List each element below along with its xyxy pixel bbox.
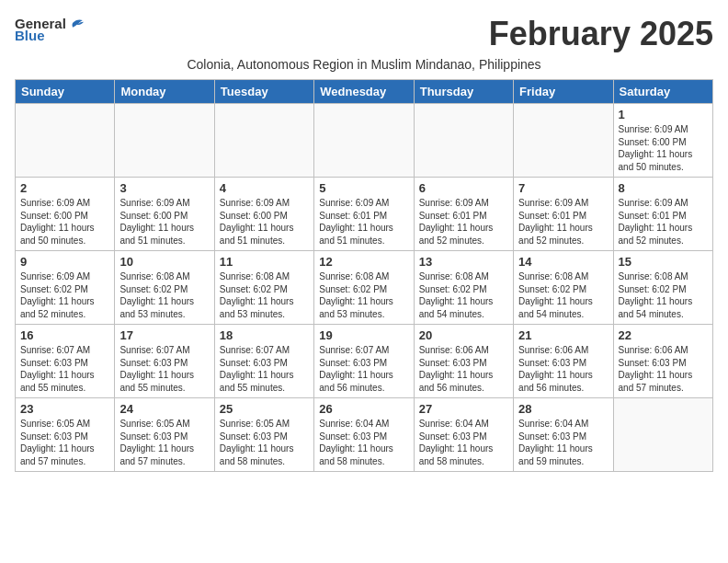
calendar-cell: 21Sunrise: 6:06 AM Sunset: 6:03 PM Dayli… — [514, 325, 613, 398]
week-row-3: 16Sunrise: 6:07 AM Sunset: 6:03 PM Dayli… — [16, 325, 713, 398]
week-row-0: 1Sunrise: 6:09 AM Sunset: 6:00 PM Daylig… — [16, 104, 713, 178]
calendar-cell: 8Sunrise: 6:09 AM Sunset: 6:01 PM Daylig… — [613, 178, 712, 251]
calendar-cell: 14Sunrise: 6:08 AM Sunset: 6:02 PM Dayli… — [514, 251, 613, 325]
weekday-header-monday: Monday — [115, 80, 214, 104]
weekday-header-friday: Friday — [514, 80, 613, 104]
day-number: 24 — [119, 402, 209, 416]
day-info: Sunrise: 6:09 AM Sunset: 6:01 PM Dayligh… — [419, 197, 508, 247]
day-info: Sunrise: 6:08 AM Sunset: 6:02 PM Dayligh… — [220, 270, 309, 320]
day-info: Sunrise: 6:06 AM Sunset: 6:03 PM Dayligh… — [518, 344, 608, 394]
calendar-cell — [314, 104, 414, 178]
logo-blue: Blue — [15, 28, 45, 43]
day-number: 28 — [518, 402, 608, 416]
week-row-1: 2Sunrise: 6:09 AM Sunset: 6:00 PM Daylig… — [16, 178, 713, 251]
calendar-cell — [115, 104, 214, 178]
weekday-header-wednesday: Wednesday — [314, 80, 414, 104]
day-info: Sunrise: 6:05 AM Sunset: 6:03 PM Dayligh… — [220, 418, 309, 467]
day-info: Sunrise: 6:08 AM Sunset: 6:02 PM Dayligh… — [319, 270, 408, 320]
calendar-cell: 2Sunrise: 6:09 AM Sunset: 6:00 PM Daylig… — [16, 178, 115, 251]
day-number: 6 — [419, 181, 508, 195]
day-info: Sunrise: 6:08 AM Sunset: 6:02 PM Dayligh… — [518, 270, 608, 320]
day-number: 17 — [119, 328, 209, 342]
day-number: 12 — [319, 255, 408, 269]
weekday-header-row: SundayMondayTuesdayWednesdayThursdayFrid… — [16, 80, 713, 104]
day-info: Sunrise: 6:09 AM Sunset: 6:02 PM Dayligh… — [20, 270, 109, 320]
day-number: 22 — [619, 328, 708, 342]
calendar-cell: 6Sunrise: 6:09 AM Sunset: 6:01 PM Daylig… — [414, 178, 513, 251]
day-info: Sunrise: 6:09 AM Sunset: 6:00 PM Dayligh… — [119, 197, 209, 247]
calendar-cell: 1Sunrise: 6:09 AM Sunset: 6:00 PM Daylig… — [613, 104, 712, 178]
day-info: Sunrise: 6:08 AM Sunset: 6:02 PM Dayligh… — [119, 270, 209, 320]
week-row-2: 9Sunrise: 6:09 AM Sunset: 6:02 PM Daylig… — [16, 251, 713, 325]
calendar-cell: 11Sunrise: 6:08 AM Sunset: 6:02 PM Dayli… — [214, 251, 313, 325]
day-info: Sunrise: 6:09 AM Sunset: 6:01 PM Dayligh… — [619, 197, 708, 247]
day-number: 2 — [20, 181, 109, 195]
calendar-cell: 7Sunrise: 6:09 AM Sunset: 6:01 PM Daylig… — [514, 178, 613, 251]
day-number: 4 — [220, 181, 309, 195]
calendar-cell: 12Sunrise: 6:08 AM Sunset: 6:02 PM Dayli… — [314, 251, 414, 325]
day-number: 13 — [419, 255, 508, 269]
calendar-cell: 17Sunrise: 6:07 AM Sunset: 6:03 PM Dayli… — [115, 325, 214, 398]
day-info: Sunrise: 6:04 AM Sunset: 6:03 PM Dayligh… — [419, 418, 508, 467]
calendar-cell: 5Sunrise: 6:09 AM Sunset: 6:01 PM Daylig… — [314, 178, 414, 251]
month-title: February 2025 — [489, 15, 713, 53]
calendar-cell — [613, 398, 712, 472]
calendar-cell: 13Sunrise: 6:08 AM Sunset: 6:02 PM Dayli… — [414, 251, 513, 325]
calendar: SundayMondayTuesdayWednesdayThursdayFrid… — [15, 79, 713, 472]
day-info: Sunrise: 6:07 AM Sunset: 6:03 PM Dayligh… — [319, 344, 408, 394]
day-info: Sunrise: 6:07 AM Sunset: 6:03 PM Dayligh… — [20, 344, 109, 394]
weekday-header-saturday: Saturday — [613, 80, 712, 104]
day-number: 18 — [220, 328, 309, 342]
day-info: Sunrise: 6:05 AM Sunset: 6:03 PM Dayligh… — [119, 418, 209, 467]
day-info: Sunrise: 6:09 AM Sunset: 6:01 PM Dayligh… — [518, 197, 608, 247]
day-number: 20 — [419, 328, 508, 342]
day-info: Sunrise: 6:09 AM Sunset: 6:00 PM Dayligh… — [619, 123, 708, 173]
day-info: Sunrise: 6:08 AM Sunset: 6:02 PM Dayligh… — [419, 270, 508, 320]
day-info: Sunrise: 6:09 AM Sunset: 6:00 PM Dayligh… — [20, 197, 109, 247]
calendar-cell: 16Sunrise: 6:07 AM Sunset: 6:03 PM Dayli… — [16, 325, 115, 398]
calendar-cell: 22Sunrise: 6:06 AM Sunset: 6:03 PM Dayli… — [613, 325, 712, 398]
calendar-cell — [514, 104, 613, 178]
week-row-4: 23Sunrise: 6:05 AM Sunset: 6:03 PM Dayli… — [16, 398, 713, 472]
day-number: 15 — [619, 255, 708, 269]
logo-bird-icon — [67, 15, 84, 31]
calendar-cell: 19Sunrise: 6:07 AM Sunset: 6:03 PM Dayli… — [314, 325, 414, 398]
day-info: Sunrise: 6:07 AM Sunset: 6:03 PM Dayligh… — [119, 344, 209, 394]
calendar-cell: 28Sunrise: 6:04 AM Sunset: 6:03 PM Dayli… — [514, 398, 613, 472]
day-info: Sunrise: 6:06 AM Sunset: 6:03 PM Dayligh… — [419, 344, 508, 394]
day-info: Sunrise: 6:09 AM Sunset: 6:00 PM Dayligh… — [220, 197, 309, 247]
calendar-cell: 27Sunrise: 6:04 AM Sunset: 6:03 PM Dayli… — [414, 398, 513, 472]
day-number: 9 — [20, 255, 109, 269]
day-number: 19 — [319, 328, 408, 342]
calendar-cell: 10Sunrise: 6:08 AM Sunset: 6:02 PM Dayli… — [115, 251, 214, 325]
day-info: Sunrise: 6:07 AM Sunset: 6:03 PM Dayligh… — [220, 344, 309, 394]
day-info: Sunrise: 6:06 AM Sunset: 6:03 PM Dayligh… — [619, 344, 708, 394]
calendar-cell — [214, 104, 313, 178]
day-number: 21 — [518, 328, 608, 342]
logo: General Blue — [15, 15, 84, 43]
day-number: 7 — [518, 181, 608, 195]
day-number: 11 — [220, 255, 309, 269]
calendar-cell — [414, 104, 513, 178]
weekday-header-tuesday: Tuesday — [214, 80, 313, 104]
weekday-header-thursday: Thursday — [414, 80, 513, 104]
day-number: 3 — [119, 181, 209, 195]
calendar-cell: 18Sunrise: 6:07 AM Sunset: 6:03 PM Dayli… — [214, 325, 313, 398]
calendar-cell: 9Sunrise: 6:09 AM Sunset: 6:02 PM Daylig… — [16, 251, 115, 325]
day-info: Sunrise: 6:04 AM Sunset: 6:03 PM Dayligh… — [319, 418, 408, 467]
day-number: 26 — [319, 402, 408, 416]
day-info: Sunrise: 6:09 AM Sunset: 6:01 PM Dayligh… — [319, 197, 408, 247]
day-number: 1 — [619, 108, 708, 121]
calendar-cell: 23Sunrise: 6:05 AM Sunset: 6:03 PM Dayli… — [16, 398, 115, 472]
calendar-cell — [16, 104, 115, 178]
calendar-cell: 20Sunrise: 6:06 AM Sunset: 6:03 PM Dayli… — [414, 325, 513, 398]
weekday-header-sunday: Sunday — [16, 80, 115, 104]
day-number: 10 — [119, 255, 209, 269]
calendar-cell: 15Sunrise: 6:08 AM Sunset: 6:02 PM Dayli… — [613, 251, 712, 325]
day-number: 23 — [20, 402, 109, 416]
day-number: 14 — [518, 255, 608, 269]
day-number: 5 — [319, 181, 408, 195]
calendar-cell: 24Sunrise: 6:05 AM Sunset: 6:03 PM Dayli… — [115, 398, 214, 472]
day-info: Sunrise: 6:04 AM Sunset: 6:03 PM Dayligh… — [518, 418, 608, 467]
day-info: Sunrise: 6:08 AM Sunset: 6:02 PM Dayligh… — [619, 270, 708, 320]
